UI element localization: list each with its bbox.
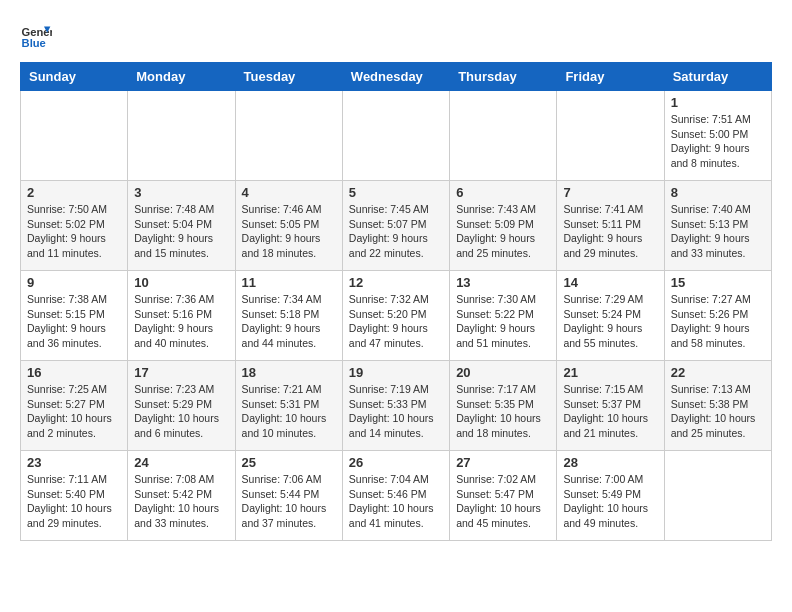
day-number: 11	[242, 275, 336, 290]
day-number: 15	[671, 275, 765, 290]
day-number: 23	[27, 455, 121, 470]
day-number: 19	[349, 365, 443, 380]
day-cell: 12Sunrise: 7:32 AM Sunset: 5:20 PM Dayli…	[342, 271, 449, 361]
day-cell: 13Sunrise: 7:30 AM Sunset: 5:22 PM Dayli…	[450, 271, 557, 361]
day-number: 7	[563, 185, 657, 200]
day-number: 22	[671, 365, 765, 380]
weekday-sunday: Sunday	[21, 63, 128, 91]
day-cell: 16Sunrise: 7:25 AM Sunset: 5:27 PM Dayli…	[21, 361, 128, 451]
day-number: 1	[671, 95, 765, 110]
day-number: 25	[242, 455, 336, 470]
day-number: 5	[349, 185, 443, 200]
day-info: Sunrise: 7:21 AM Sunset: 5:31 PM Dayligh…	[242, 382, 336, 441]
week-row-2: 2Sunrise: 7:50 AM Sunset: 5:02 PM Daylig…	[21, 181, 772, 271]
day-number: 28	[563, 455, 657, 470]
page-header: General Blue	[20, 20, 772, 52]
day-cell: 24Sunrise: 7:08 AM Sunset: 5:42 PM Dayli…	[128, 451, 235, 541]
day-number: 17	[134, 365, 228, 380]
day-cell: 2Sunrise: 7:50 AM Sunset: 5:02 PM Daylig…	[21, 181, 128, 271]
day-info: Sunrise: 7:46 AM Sunset: 5:05 PM Dayligh…	[242, 202, 336, 261]
day-cell: 8Sunrise: 7:40 AM Sunset: 5:13 PM Daylig…	[664, 181, 771, 271]
day-info: Sunrise: 7:27 AM Sunset: 5:26 PM Dayligh…	[671, 292, 765, 351]
logo: General Blue	[20, 20, 52, 52]
day-info: Sunrise: 7:30 AM Sunset: 5:22 PM Dayligh…	[456, 292, 550, 351]
day-info: Sunrise: 7:45 AM Sunset: 5:07 PM Dayligh…	[349, 202, 443, 261]
day-cell: 19Sunrise: 7:19 AM Sunset: 5:33 PM Dayli…	[342, 361, 449, 451]
day-number: 14	[563, 275, 657, 290]
day-info: Sunrise: 7:36 AM Sunset: 5:16 PM Dayligh…	[134, 292, 228, 351]
svg-text:Blue: Blue	[22, 37, 46, 49]
day-number: 20	[456, 365, 550, 380]
day-info: Sunrise: 7:51 AM Sunset: 5:00 PM Dayligh…	[671, 112, 765, 171]
day-number: 4	[242, 185, 336, 200]
day-number: 9	[27, 275, 121, 290]
day-number: 13	[456, 275, 550, 290]
weekday-saturday: Saturday	[664, 63, 771, 91]
weekday-friday: Friday	[557, 63, 664, 91]
day-cell: 4Sunrise: 7:46 AM Sunset: 5:05 PM Daylig…	[235, 181, 342, 271]
day-cell: 26Sunrise: 7:04 AM Sunset: 5:46 PM Dayli…	[342, 451, 449, 541]
day-info: Sunrise: 7:48 AM Sunset: 5:04 PM Dayligh…	[134, 202, 228, 261]
weekday-thursday: Thursday	[450, 63, 557, 91]
week-row-3: 9Sunrise: 7:38 AM Sunset: 5:15 PM Daylig…	[21, 271, 772, 361]
week-row-1: 1Sunrise: 7:51 AM Sunset: 5:00 PM Daylig…	[21, 91, 772, 181]
weekday-monday: Monday	[128, 63, 235, 91]
day-cell	[664, 451, 771, 541]
day-info: Sunrise: 7:11 AM Sunset: 5:40 PM Dayligh…	[27, 472, 121, 531]
day-number: 8	[671, 185, 765, 200]
day-info: Sunrise: 7:41 AM Sunset: 5:11 PM Dayligh…	[563, 202, 657, 261]
day-info: Sunrise: 7:43 AM Sunset: 5:09 PM Dayligh…	[456, 202, 550, 261]
calendar-table: SundayMondayTuesdayWednesdayThursdayFrid…	[20, 62, 772, 541]
day-info: Sunrise: 7:34 AM Sunset: 5:18 PM Dayligh…	[242, 292, 336, 351]
day-info: Sunrise: 7:19 AM Sunset: 5:33 PM Dayligh…	[349, 382, 443, 441]
day-info: Sunrise: 7:32 AM Sunset: 5:20 PM Dayligh…	[349, 292, 443, 351]
day-number: 27	[456, 455, 550, 470]
week-row-5: 23Sunrise: 7:11 AM Sunset: 5:40 PM Dayli…	[21, 451, 772, 541]
day-info: Sunrise: 7:40 AM Sunset: 5:13 PM Dayligh…	[671, 202, 765, 261]
day-cell: 15Sunrise: 7:27 AM Sunset: 5:26 PM Dayli…	[664, 271, 771, 361]
day-info: Sunrise: 7:00 AM Sunset: 5:49 PM Dayligh…	[563, 472, 657, 531]
day-cell: 9Sunrise: 7:38 AM Sunset: 5:15 PM Daylig…	[21, 271, 128, 361]
day-info: Sunrise: 7:29 AM Sunset: 5:24 PM Dayligh…	[563, 292, 657, 351]
day-number: 12	[349, 275, 443, 290]
day-number: 2	[27, 185, 121, 200]
day-cell: 22Sunrise: 7:13 AM Sunset: 5:38 PM Dayli…	[664, 361, 771, 451]
day-cell	[557, 91, 664, 181]
day-info: Sunrise: 7:50 AM Sunset: 5:02 PM Dayligh…	[27, 202, 121, 261]
day-number: 16	[27, 365, 121, 380]
day-info: Sunrise: 7:38 AM Sunset: 5:15 PM Dayligh…	[27, 292, 121, 351]
day-info: Sunrise: 7:08 AM Sunset: 5:42 PM Dayligh…	[134, 472, 228, 531]
day-number: 3	[134, 185, 228, 200]
day-cell: 1Sunrise: 7:51 AM Sunset: 5:00 PM Daylig…	[664, 91, 771, 181]
day-cell: 17Sunrise: 7:23 AM Sunset: 5:29 PM Dayli…	[128, 361, 235, 451]
day-number: 26	[349, 455, 443, 470]
day-number: 21	[563, 365, 657, 380]
day-number: 6	[456, 185, 550, 200]
day-cell: 20Sunrise: 7:17 AM Sunset: 5:35 PM Dayli…	[450, 361, 557, 451]
day-info: Sunrise: 7:17 AM Sunset: 5:35 PM Dayligh…	[456, 382, 550, 441]
day-info: Sunrise: 7:15 AM Sunset: 5:37 PM Dayligh…	[563, 382, 657, 441]
day-cell: 11Sunrise: 7:34 AM Sunset: 5:18 PM Dayli…	[235, 271, 342, 361]
day-cell	[128, 91, 235, 181]
day-cell: 25Sunrise: 7:06 AM Sunset: 5:44 PM Dayli…	[235, 451, 342, 541]
day-cell: 10Sunrise: 7:36 AM Sunset: 5:16 PM Dayli…	[128, 271, 235, 361]
day-cell: 3Sunrise: 7:48 AM Sunset: 5:04 PM Daylig…	[128, 181, 235, 271]
day-cell: 7Sunrise: 7:41 AM Sunset: 5:11 PM Daylig…	[557, 181, 664, 271]
day-cell	[342, 91, 449, 181]
day-number: 18	[242, 365, 336, 380]
day-info: Sunrise: 7:06 AM Sunset: 5:44 PM Dayligh…	[242, 472, 336, 531]
day-cell: 14Sunrise: 7:29 AM Sunset: 5:24 PM Dayli…	[557, 271, 664, 361]
day-info: Sunrise: 7:02 AM Sunset: 5:47 PM Dayligh…	[456, 472, 550, 531]
weekday-header-row: SundayMondayTuesdayWednesdayThursdayFrid…	[21, 63, 772, 91]
day-cell	[21, 91, 128, 181]
week-row-4: 16Sunrise: 7:25 AM Sunset: 5:27 PM Dayli…	[21, 361, 772, 451]
weekday-tuesday: Tuesday	[235, 63, 342, 91]
logo-icon: General Blue	[20, 20, 52, 52]
day-cell	[450, 91, 557, 181]
day-info: Sunrise: 7:13 AM Sunset: 5:38 PM Dayligh…	[671, 382, 765, 441]
day-number: 24	[134, 455, 228, 470]
day-cell: 5Sunrise: 7:45 AM Sunset: 5:07 PM Daylig…	[342, 181, 449, 271]
day-cell: 27Sunrise: 7:02 AM Sunset: 5:47 PM Dayli…	[450, 451, 557, 541]
day-cell: 23Sunrise: 7:11 AM Sunset: 5:40 PM Dayli…	[21, 451, 128, 541]
day-cell: 6Sunrise: 7:43 AM Sunset: 5:09 PM Daylig…	[450, 181, 557, 271]
